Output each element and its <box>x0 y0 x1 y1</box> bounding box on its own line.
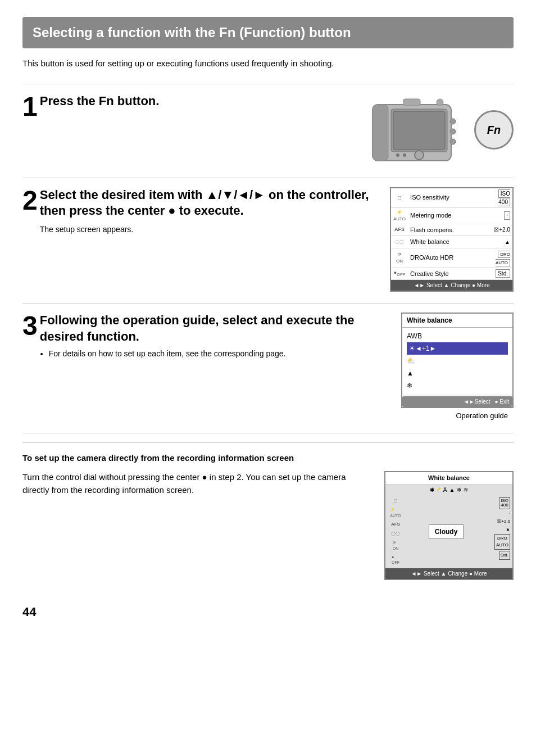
subsection-image: White balance ✱ ⛅A ▲ ❄ ≋ □ ⚡AUTO AFS ◌◌ <box>384 471 514 580</box>
step-1-heading: 1 Press the Fn button. <box>22 93 358 120</box>
svg-point-4 <box>415 151 424 160</box>
intro-text: This button is used for setting up or ex… <box>22 57 514 70</box>
wb-item-awb: AWB <box>407 330 508 342</box>
wb-snow-icon: ❄ <box>457 486 461 494</box>
rec-flash-value: ☒+2.0 <box>497 518 510 525</box>
menu-screen: □ ISO sensitivity ISO400 ⚡AUTO Metering … <box>390 187 514 292</box>
metering-label: Metering mode <box>408 207 481 224</box>
iso-value: ISO400 <box>481 188 512 208</box>
section-divider <box>22 433 514 433</box>
iso-label: ISO sensitivity <box>408 188 481 208</box>
wb-item-snow: ❄ <box>407 379 508 392</box>
svg-rect-3 <box>393 111 445 150</box>
metering-icon: ⚡AUTO <box>391 207 408 224</box>
subsection: To set up the camera directly from the r… <box>22 442 514 580</box>
dro-icon: ⟳ON <box>391 248 408 268</box>
menu-footer: ◄► Select ▲ Change ● More <box>391 280 512 291</box>
svg-point-8 <box>437 99 443 106</box>
menu-row-metering: ⚡AUTO Metering mode · <box>391 207 512 224</box>
wb-value: ▲ <box>481 236 512 248</box>
menu-row-wb: ◌◌ White balance ▲ <box>391 236 512 248</box>
dro-small-box: DROAUTO <box>494 534 510 550</box>
rec-icon-auto: ⚡AUTO <box>390 507 401 519</box>
flash-icon: AFS <box>391 224 408 236</box>
step-2-image: □ ISO sensitivity ISO400 ⚡AUTO Metering … <box>390 187 514 292</box>
wb-label: White balance <box>408 236 481 248</box>
rec-wb-arrow: ▲ <box>506 526 510 533</box>
svg-point-11 <box>450 139 456 144</box>
wb-icons-row: ✱ ⛅A ▲ ❄ ≋ <box>385 485 512 495</box>
step-1-text: Press the Fn button. <box>40 93 160 110</box>
cs-icon: ●OFF <box>391 268 408 280</box>
cs-label: Creative Style <box>408 268 481 280</box>
rec-icon-afs: AFS <box>391 521 400 528</box>
rec-icon-square: □ <box>394 497 397 505</box>
wb-item-cloud: ⛅ <box>407 355 508 367</box>
rec-dot-value: · <box>509 510 510 517</box>
menu-row-iso: □ ISO sensitivity ISO400 <box>391 188 512 208</box>
metering-value: · <box>481 207 512 224</box>
step-1-image: Fn <box>370 93 514 166</box>
subsection-text: Turn the control dial without pressing t… <box>22 471 373 496</box>
wb-exit-label: ● Exit <box>495 397 510 406</box>
step-2-section: 2 Select the desired item with ▲/▼/◄/► o… <box>22 178 514 292</box>
dro-label: DRO/Auto HDR <box>408 248 481 268</box>
flash-value: ☒+2.0 <box>481 224 512 236</box>
operation-guide-label: Operation guide <box>456 410 514 422</box>
wb-shade-icon: ▲ <box>449 486 455 494</box>
wb-item-shade: ▲ <box>407 367 508 379</box>
rec-screen: White balance ✱ ⛅A ▲ ❄ ≋ □ ⚡AUTO AFS ◌◌ <box>384 471 514 580</box>
subsection-title: To set up the camera directly from the r… <box>22 442 514 465</box>
page-number: 44 <box>22 603 514 621</box>
step-2-subtext: The setup screen appears. <box>40 224 379 236</box>
step-3-image: White balance AWB ☀◄+1► ⛅ ▲ ❄ ◄►Select ●… <box>401 313 514 422</box>
svg-point-6 <box>403 153 406 157</box>
iso-small-box: ISO400 <box>499 497 510 510</box>
subsection-footer: ◄► Select ▲ Change ● More <box>385 568 512 579</box>
svg-rect-7 <box>403 99 420 106</box>
rec-left-icons: □ ⚡AUTO AFS ◌◌ ⟳ON ●OFF <box>388 497 403 566</box>
iso-icon: □ <box>391 188 408 208</box>
page-title: Selecting a function with the Fn (Functi… <box>22 17 514 48</box>
menu-row-dro: ⟳ON DRO/Auto HDR DROAUTO <box>391 248 512 268</box>
step-2-number: 2 <box>22 187 38 214</box>
wb-fluor-icon: ≋ <box>464 486 468 494</box>
flash-label: Flash compens. <box>408 224 481 236</box>
step-1-number: 1 <box>22 93 38 120</box>
rec-screen-wb-header: White balance <box>385 472 512 485</box>
menu-row-cs: ●OFF Creative Style Std. <box>391 268 512 280</box>
rec-icon-dots: ◌◌ <box>391 530 400 538</box>
cs-value: Std. <box>481 268 512 280</box>
wb-cloudy-a-icon: ⛅A <box>437 486 447 494</box>
step-3-heading: Following the operation guide, select an… <box>40 313 390 345</box>
svg-point-9 <box>450 119 456 124</box>
wb-screen-title: White balance <box>402 314 512 328</box>
step-3-number: 3 <box>22 313 38 339</box>
wb-icon: ◌◌ <box>391 236 408 248</box>
rec-center: Cloudy <box>406 497 487 566</box>
cloudy-box: Cloudy <box>429 524 464 539</box>
step-3-bullet-1: For details on how to set up each item, … <box>49 348 390 360</box>
camera-body-svg <box>370 93 465 166</box>
rec-right-icons: ISO400 · ☒+2.0 ▲ DROAUTO Std. <box>489 497 510 566</box>
wb-screen: White balance AWB ☀◄+1► ⛅ ▲ ❄ ◄►Select ●… <box>401 313 514 408</box>
step-1-section: 1 Press the Fn button. <box>22 84 514 166</box>
rec-icon-dro: ⟳ON <box>393 540 399 552</box>
svg-point-5 <box>396 153 399 157</box>
wb-footer: ◄►Select ● Exit <box>402 396 512 407</box>
rec-icon-off: ●OFF <box>392 554 399 566</box>
step-3-bullets: For details on how to set up each item, … <box>49 348 390 360</box>
menu-row-flash: AFS Flash compens. ☒+2.0 <box>391 224 512 236</box>
wb-item-selected: ☀◄+1► <box>407 342 508 355</box>
step-3-section: 3 Following the operation guide, select … <box>22 303 514 422</box>
wb-select-label: ◄►Select <box>464 397 490 406</box>
dro-value: DROAUTO <box>481 248 512 268</box>
step-2-heading: Select the desired item with ▲/▼/◄/► on … <box>40 187 379 219</box>
fn-button-illustration: Fn <box>474 110 514 150</box>
wb-sun-icon: ✱ <box>430 486 434 494</box>
std-small-box: Std. <box>499 551 510 560</box>
svg-rect-1 <box>373 105 388 161</box>
svg-point-10 <box>450 129 456 134</box>
